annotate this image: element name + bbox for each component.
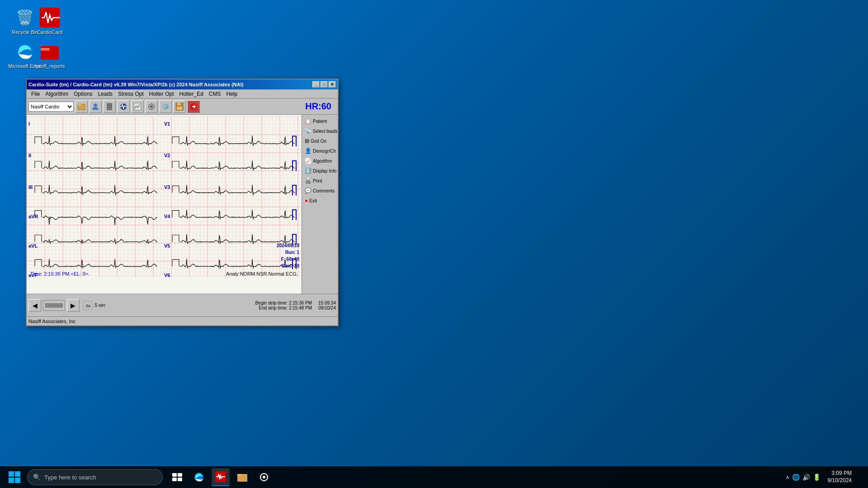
status-clock: 15:09:34 09/10/24 [318, 300, 336, 310]
ecg-run: Run: 1 [285, 250, 299, 255]
cardiocard-icon [39, 7, 61, 28]
nav-forward-button[interactable]: ▶ [67, 299, 80, 312]
tray-volume-icon[interactable]: 🔊 [802, 474, 810, 481]
svg-rect-21 [9, 471, 14, 477]
sidebar-label-print: Print [313, 178, 322, 183]
search-box[interactable]: 🔍 Type here to search [27, 469, 163, 485]
tray-network-icon[interactable]: 🌐 [792, 474, 800, 481]
speed-icon: .5s [83, 301, 92, 310]
strip-times: Begin strip time: 2:15:36 PM End strip t… [108, 300, 316, 310]
system-tray: ∧ 🌐 🔊 🔋 [786, 474, 821, 481]
company-bar: Nasiff Associates, Inc [27, 316, 338, 325]
print-icon: 🖨️ [305, 178, 311, 184]
menu-cms[interactable]: CMS [206, 90, 224, 98]
svg-rect-25 [172, 473, 177, 477]
taskbar: 🔍 Type here to search ∧ 🌐 🔊 🔋 3:09 PM 9/… [0, 466, 868, 488]
ecg-analysis: Analy:NORM.NSR.Normal ECG. [226, 271, 298, 277]
clock[interactable]: 3:09 PM 9/10/2024 [824, 468, 855, 486]
select-leads-icon: 📡 [305, 128, 311, 134]
taskbar-explorer[interactable] [233, 468, 251, 486]
taskbar-settings[interactable] [255, 468, 273, 486]
cardiocard-label: CardioCard [37, 29, 62, 35]
sidebar-label-display-info: Display Info [313, 169, 336, 174]
toolbar-dropdown[interactable]: Nasiff Cardio [28, 102, 74, 112]
nav-back-button[interactable]: ◀ [28, 299, 41, 312]
tray-battery-icon[interactable]: 🔋 [813, 474, 821, 481]
menu-help[interactable]: Help [224, 90, 241, 98]
svg-rect-16 [177, 107, 182, 110]
lead-label-II: II [28, 153, 31, 158]
grid-on-icon: ⊞ [305, 138, 309, 144]
lead-label-V1: V1 [164, 121, 170, 127]
sidebar-btn-algorithm[interactable]: 📈 Algorithm [303, 156, 337, 165]
ecg-time: Time: 2:15:36 PM.<EL: 0>. [30, 271, 90, 277]
desktop-icon-cardiocard[interactable]: CardioCard [32, 7, 68, 35]
close-button[interactable]: ✕ [329, 81, 336, 88]
ecg-footer: Time: 2:15:36 PM.<EL: 0>. Analy:NORM.NSR… [27, 270, 302, 277]
sidebar-btn-display-info[interactable]: ℹ️ Display Info [303, 166, 337, 175]
begin-strip-time: Begin strip time: 2:15:36 PM [255, 300, 312, 305]
ecg-gain: Gain: 10 [282, 263, 299, 268]
maximize-button[interactable]: □ [321, 81, 328, 88]
lead-label-I: I [28, 121, 30, 127]
toolbar-btn-5[interactable] [131, 100, 144, 113]
desktop-icon-nasiff-reports[interactable]: nasiff_reports [32, 41, 68, 69]
lead-label-aVL: aVL [28, 243, 38, 249]
timeline-bar[interactable]: ||||||||||||||| [43, 300, 65, 311]
sidebar-btn-demogr[interactable]: 👤 Demogr/Ch [303, 146, 337, 155]
menu-file[interactable]: File [28, 90, 42, 98]
display-info-icon: ℹ️ [305, 168, 311, 174]
sidebar-btn-grid-on[interactable]: ⊞ Grid On [303, 136, 337, 145]
search-placeholder: Type here to search [44, 474, 96, 481]
toolbar-btn-settings[interactable]: ⚙️ [159, 100, 172, 113]
ecg-grid[interactable]: I II III aVR aVL aVF V1 V2 V3 V4 V5 V6 2… [27, 117, 302, 277]
toolbar-btn-exit[interactable] [187, 100, 200, 113]
menu-leads[interactable]: Leads [95, 90, 115, 98]
svg-rect-23 [9, 478, 14, 483]
lead-label-V5: V5 [164, 243, 170, 249]
sidebar-label-select-leads: Select leads [313, 129, 337, 134]
company-name: Nasiff Associates, Inc [28, 319, 75, 324]
minimize-button[interactable]: _ [312, 81, 320, 88]
svg-point-34 [263, 476, 265, 479]
comments-icon: 💬 [305, 188, 311, 194]
menu-algorithm[interactable]: Algorithm [42, 90, 71, 98]
toolbar-btn-1[interactable] [75, 100, 88, 113]
svg-rect-22 [15, 471, 20, 477]
ecg-date: 2024/09/10 [277, 243, 299, 248]
ecg-filter: F: 60r.40 [281, 257, 299, 262]
sidebar-btn-comments[interactable]: 💬 Comments [303, 186, 337, 195]
status-area: ◀ ||||||||||||||| ▶ .5s .5 sec Begin str… [27, 294, 338, 316]
main-content: I II III aVR aVL aVF V1 V2 V3 V4 V5 V6 2… [27, 115, 338, 294]
sidebar-btn-print[interactable]: 🖨️ Print [303, 176, 337, 185]
lead-label-III: III [28, 184, 33, 190]
status-clock-time: 15:09:34 [318, 300, 336, 305]
hr-display: HR:60 [305, 101, 336, 112]
sidebar-label-demogr: Demogr/Ch [313, 149, 336, 154]
svg-rect-7 [107, 103, 112, 110]
speed-display: .5s .5 sec [83, 301, 106, 310]
sidebar-btn-patient[interactable]: 📋 Patient [303, 117, 337, 126]
taskbar-cardiocard[interactable] [212, 468, 230, 486]
toolbar-btn-disk[interactable] [173, 100, 186, 113]
taskbar-task-view[interactable] [168, 468, 186, 486]
toolbar-btn-4[interactable] [117, 100, 130, 113]
svg-rect-24 [15, 478, 20, 483]
taskbar-center [168, 468, 273, 486]
toolbar-btn-6[interactable] [145, 100, 158, 113]
menu-holter-opt[interactable]: Holter Opt [146, 90, 177, 98]
menu-stress-opt[interactable]: Stress Opt [115, 90, 146, 98]
sidebar-btn-exit[interactable]: ● Exit [303, 196, 337, 205]
menu-options[interactable]: Options [71, 90, 95, 98]
toolbar-btn-3[interactable] [103, 100, 116, 113]
taskbar-edge[interactable] [190, 468, 208, 486]
start-button[interactable] [4, 466, 25, 488]
sidebar-btn-select-leads[interactable]: 📡 Select leads [303, 127, 337, 136]
patient-icon: 📋 [305, 118, 311, 124]
title-bar: Cardio-Suite (tm) / Cardio-Card (tm) v6.… [27, 80, 338, 89]
menu-holter-ed[interactable]: Holter_Ed [176, 90, 206, 98]
end-strip-time: End strip time: 2:15:48 PM [259, 305, 312, 310]
tray-chevron[interactable]: ∧ [786, 474, 789, 480]
algorithm-icon: 📈 [305, 158, 311, 164]
toolbar-btn-2[interactable] [89, 100, 102, 113]
